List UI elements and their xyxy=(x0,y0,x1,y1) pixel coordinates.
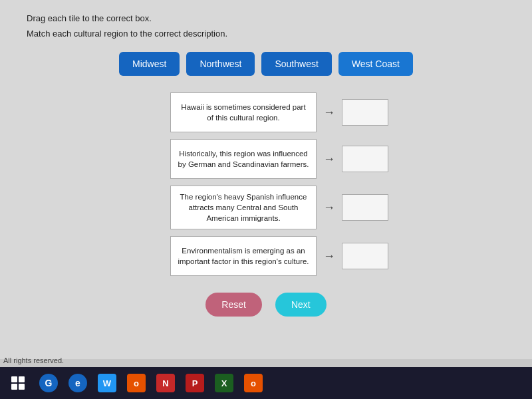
word-icon: W xyxy=(98,374,116,392)
taskbar-ie-button[interactable]: e xyxy=(65,370,91,396)
taskbar-n-button[interactable]: N xyxy=(152,370,179,396)
outlook-icon: o xyxy=(244,374,263,392)
arrow-1: → xyxy=(323,106,335,120)
matching-area: Hawaii is sometimes considered part of t… xyxy=(53,92,505,276)
excel-icon: X xyxy=(215,374,233,392)
arrow-4: → xyxy=(323,249,335,263)
taskbar-o-button[interactable]: o xyxy=(123,370,150,396)
tile-southwest[interactable]: Southwest xyxy=(261,52,331,76)
drag-tiles-area: Midwest Northwest Southwest West Coast xyxy=(27,52,505,76)
reset-button[interactable]: Reset xyxy=(205,293,262,317)
tile-midwest[interactable]: Midwest xyxy=(119,52,180,76)
windows-logo-icon xyxy=(11,376,25,390)
drop-box-1[interactable] xyxy=(342,99,388,126)
taskbar-search-button[interactable]: G xyxy=(35,370,62,396)
taskbar: G e W o N P X o xyxy=(0,367,532,399)
taskbar-x-button[interactable]: X xyxy=(211,370,237,396)
office-icon: o xyxy=(127,374,146,392)
taskbar-p-button[interactable]: P xyxy=(182,370,208,396)
match-row-1: Hawaii is sometimes considered part of t… xyxy=(170,92,388,132)
taskbar-o2-button[interactable]: o xyxy=(240,370,267,396)
internet-explorer-icon: e xyxy=(68,374,87,392)
drop-box-2[interactable] xyxy=(342,146,388,172)
instruction-line2: Match each cultural region to the correc… xyxy=(27,29,505,39)
drop-box-4[interactable] xyxy=(342,243,388,269)
arrow-2: → xyxy=(323,152,335,166)
search-icon: G xyxy=(39,374,58,392)
instruction-line1: Drag each tile to the correct box. xyxy=(27,13,505,23)
main-content: Drag each tile to the correct box. Match… xyxy=(0,0,532,359)
match-row-3: The region's heavy Spanish influence att… xyxy=(170,186,388,229)
next-button[interactable]: Next xyxy=(275,293,327,317)
drop-box-3[interactable] xyxy=(342,194,388,221)
description-box-1: Hawaii is sometimes considered part of t… xyxy=(170,92,317,132)
tile-northwest[interactable]: Northwest xyxy=(186,52,255,76)
taskbar-w-button[interactable]: W xyxy=(94,370,120,396)
match-row-4: Environmentalism is emerging as an impor… xyxy=(170,236,388,276)
footer-text: All rights reserved. xyxy=(3,356,64,364)
description-box-4: Environmentalism is emerging as an impor… xyxy=(170,236,317,276)
powerpoint-icon: P xyxy=(186,374,204,392)
match-row-2: Historically, this region was influenced… xyxy=(170,139,388,179)
start-button[interactable] xyxy=(3,370,33,396)
description-box-2: Historically, this region was influenced… xyxy=(170,139,317,179)
tile-west-coast[interactable]: West Coast xyxy=(338,52,413,76)
button-row: Reset Next xyxy=(27,293,505,317)
onenote-icon: N xyxy=(156,374,175,392)
arrow-3: → xyxy=(323,201,335,215)
description-box-3: The region's heavy Spanish influence att… xyxy=(170,186,317,229)
